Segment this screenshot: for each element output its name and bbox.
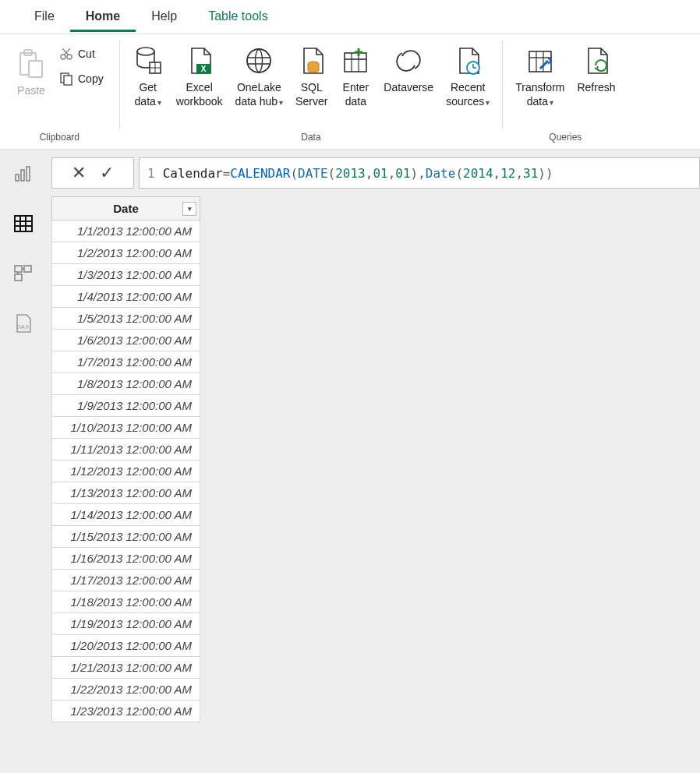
svg-text:X: X xyxy=(200,65,206,73)
dax-view-button[interactable]: DAX xyxy=(10,310,37,337)
cell-date[interactable]: 1/23/2013 12:00:00 AM xyxy=(52,701,200,722)
ribbon: Paste Cut Copy Clipboard xyxy=(0,34,700,150)
table-row[interactable]: 1/11/2013 12:00:00 AM xyxy=(52,439,200,461)
svg-point-15 xyxy=(247,49,270,72)
svg-point-4 xyxy=(67,55,72,59)
cell-date[interactable]: 1/11/2013 12:00:00 AM xyxy=(52,439,200,461)
recent-sources-button[interactable]: Recentsources▾ xyxy=(440,39,496,108)
filter-icon[interactable]: ▾ xyxy=(182,202,196,216)
model-view-button[interactable] xyxy=(10,260,37,287)
table-row[interactable]: 1/7/2013 12:00:00 AM xyxy=(52,351,200,373)
refresh-button[interactable]: Refresh xyxy=(571,39,621,95)
svg-rect-31 xyxy=(21,170,24,181)
table-row[interactable]: 1/18/2013 12:00:00 AM xyxy=(52,591,200,613)
tab-table-tools[interactable]: Table tools xyxy=(193,2,284,32)
table-row[interactable]: 1/5/2013 12:00:00 AM xyxy=(52,308,200,330)
ribbon-group-clipboard: Paste Cut Copy Clipboard xyxy=(0,34,119,149)
view-rail: DAX xyxy=(0,150,47,773)
copy-button[interactable]: Copy xyxy=(55,69,108,89)
database-icon xyxy=(133,44,164,78)
cancel-formula-button[interactable]: ✕ xyxy=(72,163,86,183)
commit-formula-button[interactable]: ✓ xyxy=(100,163,114,183)
transform-data-button[interactable]: Transformdata▾ xyxy=(509,39,571,108)
svg-rect-17 xyxy=(345,53,366,72)
tab-help[interactable]: Help xyxy=(136,2,193,32)
cell-date[interactable]: 1/9/2013 12:00:00 AM xyxy=(52,395,200,417)
data-view-button[interactable] xyxy=(10,210,37,237)
onelake-data-hub-button[interactable]: OneLakedata hub▾ xyxy=(229,39,290,108)
table-row[interactable]: 1/16/2013 12:00:00 AM xyxy=(52,548,200,570)
table-row[interactable]: 1/10/2013 12:00:00 AM xyxy=(52,417,200,439)
cell-date[interactable]: 1/20/2013 12:00:00 AM xyxy=(52,635,200,657)
table-row[interactable]: 1/19/2013 12:00:00 AM xyxy=(52,613,200,635)
dataverse-icon xyxy=(393,44,424,78)
svg-point-9 xyxy=(137,48,154,55)
table-row[interactable]: 1/1/2013 12:00:00 AM xyxy=(52,221,200,242)
sql-server-icon xyxy=(296,44,327,78)
cell-date[interactable]: 1/6/2013 12:00:00 AM xyxy=(52,330,200,351)
svg-rect-33 xyxy=(15,216,32,231)
report-view-button[interactable] xyxy=(10,161,37,187)
cell-date[interactable]: 1/4/2013 12:00:00 AM xyxy=(52,286,200,308)
formula-bar[interactable]: 1Calendar = CALENDAR(DATE(2013,01,01),Da… xyxy=(139,157,700,189)
ribbon-tabs: File Home Help Table tools xyxy=(0,0,700,34)
get-data-button[interactable]: Getdata▾ xyxy=(126,39,170,108)
enter-data-icon xyxy=(340,44,371,78)
cell-date[interactable]: 1/7/2013 12:00:00 AM xyxy=(52,351,200,373)
column-header-date[interactable]: Date ▾ xyxy=(52,197,200,221)
excel-icon: X xyxy=(184,44,215,78)
paste-button[interactable]: Paste xyxy=(9,42,53,98)
transform-icon xyxy=(525,44,556,78)
table-row[interactable]: 1/2/2013 12:00:00 AM xyxy=(52,242,200,264)
table-row[interactable]: 1/15/2013 12:00:00 AM xyxy=(52,526,200,548)
cell-date[interactable]: 1/19/2013 12:00:00 AM xyxy=(52,613,200,635)
cell-date[interactable]: 1/5/2013 12:00:00 AM xyxy=(52,308,200,330)
table-row[interactable]: 1/20/2013 12:00:00 AM xyxy=(52,635,200,657)
table-row[interactable]: 1/14/2013 12:00:00 AM xyxy=(52,504,200,526)
cell-date[interactable]: 1/21/2013 12:00:00 AM xyxy=(52,657,200,679)
table-row[interactable]: 1/8/2013 12:00:00 AM xyxy=(52,373,200,395)
data-table-wrap: Date ▾ 1/1/2013 12:00:00 AM1/2/2013 12:0… xyxy=(47,196,700,722)
sql-server-button[interactable]: SQLServer xyxy=(289,39,334,108)
cell-date[interactable]: 1/8/2013 12:00:00 AM xyxy=(52,373,200,395)
enter-data-button[interactable]: Enterdata xyxy=(334,39,377,108)
table-row[interactable]: 1/12/2013 12:00:00 AM xyxy=(52,461,200,482)
tab-file[interactable]: File xyxy=(19,2,70,32)
table-row[interactable]: 1/17/2013 12:00:00 AM xyxy=(52,570,200,591)
table-row[interactable]: 1/13/2013 12:00:00 AM xyxy=(52,482,200,504)
cell-date[interactable]: 1/15/2013 12:00:00 AM xyxy=(52,526,200,548)
table-row[interactable]: 1/21/2013 12:00:00 AM xyxy=(52,657,200,679)
table-row[interactable]: 1/4/2013 12:00:00 AM xyxy=(52,286,200,308)
cell-date[interactable]: 1/10/2013 12:00:00 AM xyxy=(52,417,200,439)
cell-date[interactable]: 1/18/2013 12:00:00 AM xyxy=(52,591,200,613)
cut-button[interactable]: Cut xyxy=(55,44,108,64)
cell-date[interactable]: 1/2/2013 12:00:00 AM xyxy=(52,242,200,264)
dataverse-button[interactable]: Dataverse xyxy=(377,39,440,95)
formula-row: ✕ ✓ 1Calendar = CALENDAR(DATE(2013,01,01… xyxy=(47,150,700,196)
table-row[interactable]: 1/3/2013 12:00:00 AM xyxy=(52,264,200,286)
cell-date[interactable]: 1/17/2013 12:00:00 AM xyxy=(52,570,200,591)
svg-rect-40 xyxy=(15,274,22,281)
cell-date[interactable]: 1/16/2013 12:00:00 AM xyxy=(52,548,200,570)
svg-point-3 xyxy=(61,55,65,59)
cell-date[interactable]: 1/12/2013 12:00:00 AM xyxy=(52,461,200,482)
cell-date[interactable]: 1/22/2013 12:00:00 AM xyxy=(52,679,200,701)
svg-rect-30 xyxy=(16,175,19,181)
svg-rect-8 xyxy=(64,76,72,85)
cell-date[interactable]: 1/14/2013 12:00:00 AM xyxy=(52,504,200,526)
formula-commit-box: ✕ ✓ xyxy=(51,157,134,189)
svg-text:DAX: DAX xyxy=(16,323,30,330)
table-row[interactable]: 1/23/2013 12:00:00 AM xyxy=(52,701,200,722)
ribbon-group-queries: Transformdata▾ Refresh Queries xyxy=(503,34,628,149)
group-label-queries: Queries xyxy=(549,132,582,146)
cell-date[interactable]: 1/3/2013 12:00:00 AM xyxy=(52,264,200,286)
copy-icon xyxy=(59,72,73,86)
cell-date[interactable]: 1/1/2013 12:00:00 AM xyxy=(52,221,200,242)
tab-home[interactable]: Home xyxy=(70,2,136,32)
excel-workbook-button[interactable]: X Excelworkbook xyxy=(170,39,229,108)
table-row[interactable]: 1/22/2013 12:00:00 AM xyxy=(52,679,200,701)
data-table: Date ▾ 1/1/2013 12:00:00 AM1/2/2013 12:0… xyxy=(51,196,200,722)
table-row[interactable]: 1/9/2013 12:00:00 AM xyxy=(52,395,200,417)
cell-date[interactable]: 1/13/2013 12:00:00 AM xyxy=(52,482,200,504)
table-row[interactable]: 1/6/2013 12:00:00 AM xyxy=(52,330,200,351)
